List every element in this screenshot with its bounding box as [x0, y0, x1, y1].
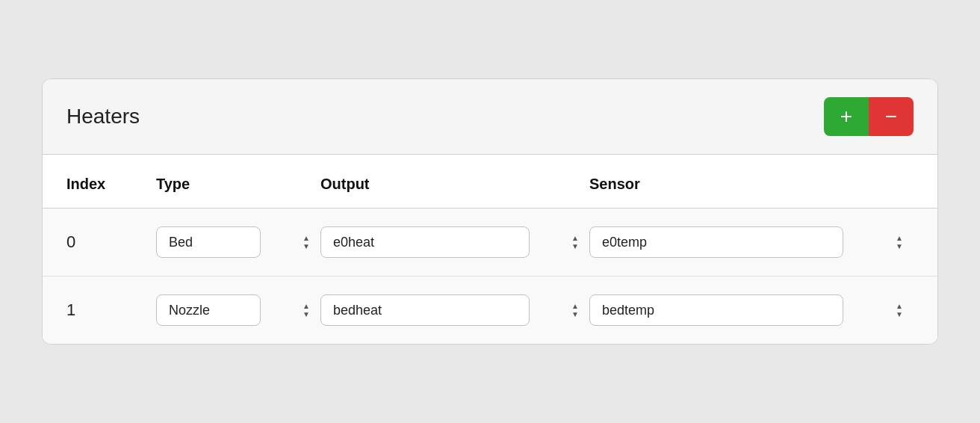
type-select-1[interactable]: Bed Nozzle Chamber: [156, 294, 261, 326]
card-title: Heaters: [66, 105, 140, 129]
output-select-arrow-0: [571, 235, 579, 250]
table-header: Index Type Output Sensor: [43, 155, 937, 209]
type-select-arrow-0: [303, 235, 310, 250]
remove-button[interactable]: −: [869, 97, 914, 136]
header-buttons: + −: [824, 97, 914, 136]
row-index-0: 0: [66, 232, 156, 252]
sensor-select-0[interactable]: e0temp bedtemp e1temp: [589, 226, 843, 258]
sensor-select-wrapper-1: e0temp bedtemp e1temp: [589, 294, 914, 326]
table-container: Index Type Output Sensor 0 Bed Nozzle Ch…: [43, 155, 937, 344]
col-header-index: Index: [66, 176, 156, 193]
col-header-output: Output: [320, 176, 589, 193]
output-select-arrow-1: [571, 303, 579, 318]
type-select-0[interactable]: Bed Nozzle Chamber: [156, 226, 261, 258]
type-select-wrapper-1: Bed Nozzle Chamber: [156, 294, 320, 326]
card-header: Heaters + −: [43, 79, 937, 155]
type-select-arrow-1: [303, 303, 310, 318]
heaters-card: Heaters + − Index Type Output Sensor 0 B…: [42, 78, 938, 345]
row-index-1: 1: [66, 300, 156, 320]
add-button[interactable]: +: [824, 97, 869, 136]
sensor-select-1[interactable]: e0temp bedtemp e1temp: [589, 294, 843, 326]
output-select-0[interactable]: e0heat bedheat e1heat: [320, 226, 530, 258]
table-row: 0 Bed Nozzle Chamber e0heat bedheat e1he…: [43, 209, 937, 277]
col-header-sensor: Sensor: [589, 176, 914, 193]
sensor-select-arrow-1: [896, 303, 903, 318]
type-select-wrapper-0: Bed Nozzle Chamber: [156, 226, 320, 258]
output-select-wrapper-1: e0heat bedheat e1heat: [320, 294, 589, 326]
col-header-type: Type: [156, 176, 320, 193]
sensor-select-wrapper-0: e0temp bedtemp e1temp: [589, 226, 914, 258]
sensor-select-arrow-0: [896, 235, 903, 250]
output-select-1[interactable]: e0heat bedheat e1heat: [320, 294, 530, 326]
table-row: 1 Bed Nozzle Chamber e0heat bedheat e1he…: [43, 277, 937, 344]
output-select-wrapper-0: e0heat bedheat e1heat: [320, 226, 589, 258]
